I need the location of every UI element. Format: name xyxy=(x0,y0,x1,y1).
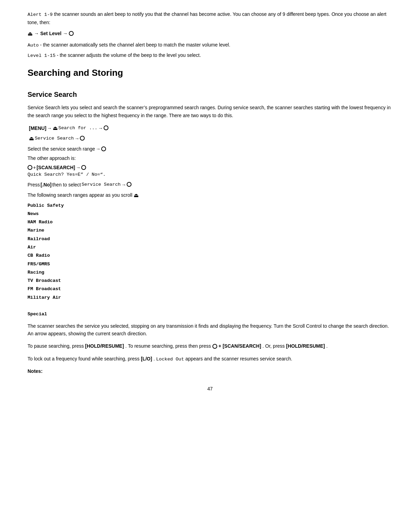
page-number: 47 xyxy=(28,385,392,393)
then-select-text: then to select xyxy=(52,181,81,188)
knob-icon-4 xyxy=(101,146,106,151)
arrow-right-2: → xyxy=(63,30,67,37)
following-text: The following search ranges appear as yo… xyxy=(28,192,132,199)
list-item: TV Broadcast xyxy=(28,277,392,285)
hold-resume-2: [HOLD/RESUME] xyxy=(286,343,325,349)
list-item: Public Safety xyxy=(28,202,392,210)
set-level-label: Set Level xyxy=(40,30,61,37)
quick-search-line: Quick Search? Yes=E” / No=“. xyxy=(28,171,392,178)
period-text: . xyxy=(154,356,156,361)
scan-search-line: + [SCAN.SEARCH] → xyxy=(28,164,392,171)
select-range-text: Select the service search range xyxy=(28,145,95,153)
level-text: - the scanner adjusts the volume of the … xyxy=(55,52,201,58)
arrow-scan-1: → xyxy=(76,164,81,171)
list-item: Racing xyxy=(28,268,392,277)
knob-icon-6 xyxy=(81,165,86,170)
knob-icon-5 xyxy=(28,165,32,170)
alert-code: Alert 1-9 xyxy=(28,12,53,17)
list-item-blank xyxy=(28,302,392,310)
pause-text-1: To pause searching, press xyxy=(28,343,84,349)
list-item: FM Broadcast xyxy=(28,285,392,293)
arrow-no-1: → xyxy=(121,181,126,188)
knob-icon-3 xyxy=(80,136,85,141)
no-bracket: [.No] xyxy=(41,181,52,188)
list-item: News xyxy=(28,210,392,218)
scan-search-bracket2: [SCAN/SEARCH] xyxy=(223,343,261,349)
scan-search-bracket: [SCAN.SEARCH] xyxy=(36,164,75,171)
search-range-list: Public Safety News HAM Radio Marine Rail… xyxy=(28,202,392,319)
service-search-code-2: Service Search xyxy=(82,181,120,188)
arrow-menu-1: → xyxy=(47,125,52,132)
content-wrapper: Alert 1-9 the scanner sounds an alert be… xyxy=(28,10,392,393)
menu-instruction-line: [MENU] → ⏏ Search for ... → xyxy=(28,124,392,132)
service-search-description: Service Search lets you select and searc… xyxy=(28,104,392,119)
list-item: Railroad xyxy=(28,235,392,243)
press-text: Press xyxy=(28,181,40,188)
knob-icon-7 xyxy=(127,182,132,187)
level-code: Level 1-15 xyxy=(28,53,55,58)
set-level-line: ⏏ → Set Level → xyxy=(28,30,392,38)
select-range-line: Select the service search range → xyxy=(28,145,392,153)
power-icon-3: ⏏ xyxy=(29,134,34,143)
arrow-menu-2: → xyxy=(98,125,103,132)
press-no-line: Press [.No] then to select Service Searc… xyxy=(28,181,392,188)
knob-icon-2 xyxy=(104,125,108,130)
auto-code: Auto xyxy=(28,43,39,48)
alert-text: the scanner sounds an alert beep to noti… xyxy=(28,11,386,25)
lock-text-1: To lock out a frequency found while sear… xyxy=(28,356,139,361)
following-line: The following search ranges appear as yo… xyxy=(28,191,392,200)
notes-label: Notes: xyxy=(28,368,392,375)
intro-paragraph: Alert 1-9 the scanner sounds an alert be… xyxy=(28,10,392,26)
power-icon-2: ⏏ xyxy=(53,124,58,132)
arrow-ss-1: → xyxy=(74,135,79,142)
scanner-searches-para: The scanner searches the service you sel… xyxy=(28,322,392,338)
pause-paragraph: To pause searching, press [HOLD/RESUME] … xyxy=(28,342,392,350)
locked-out-code: Locked Out xyxy=(156,357,184,362)
arrow-right-1: → xyxy=(34,30,39,37)
auto-line: Auto - the scanner automatically sets th… xyxy=(28,41,392,49)
lock-paragraph: To lock out a frequency found while sear… xyxy=(28,355,392,363)
quick-search-line-wrapper: Quick Search? Yes=E” / No=“. xyxy=(28,171,392,178)
arrow-range-1: → xyxy=(96,145,101,153)
plus-scan: + xyxy=(33,164,36,171)
other-approach-line: The other approach is: xyxy=(28,155,392,162)
power-icon-4: ⏏ xyxy=(134,191,139,200)
list-item: CB Radio xyxy=(28,252,392,260)
level-line: Level 1-15 - the scanner adjusts the vol… xyxy=(28,52,392,59)
plus-symbol: + xyxy=(219,343,223,349)
pause-text-2: . To resume searching, press then press xyxy=(125,343,211,349)
service-search-instruction-line: ⏏ Service Search → xyxy=(28,134,392,143)
pause-text-4: . xyxy=(326,343,328,349)
lo-bracket: [L/O] xyxy=(141,356,152,361)
knob-icon-1 xyxy=(69,31,74,36)
menu-bracket: [MENU] xyxy=(29,125,46,132)
pause-text-3: . Or, press xyxy=(263,343,285,349)
search-for-code: Search for ... xyxy=(59,125,97,132)
auto-text: - the scanner automatically sets the cha… xyxy=(39,42,230,48)
list-item: Air xyxy=(28,243,392,252)
list-item: HAM Radio xyxy=(28,218,392,226)
hold-resume-1: [HOLD/RESUME] xyxy=(85,343,124,349)
service-search-code: Service Search xyxy=(35,135,74,142)
section-title: Searching and Storing xyxy=(28,66,392,80)
list-item: FRS/GMRS xyxy=(28,260,392,268)
list-item: Marine xyxy=(28,226,392,235)
power-icon: ⏏ xyxy=(28,30,33,38)
service-search-title: Service Search xyxy=(28,89,392,100)
lock-text-2: appears and the scanner resumes service … xyxy=(185,356,292,361)
list-item: Special xyxy=(28,310,392,318)
knob-icon-8 xyxy=(212,344,217,349)
list-item: Military Air xyxy=(28,294,392,302)
